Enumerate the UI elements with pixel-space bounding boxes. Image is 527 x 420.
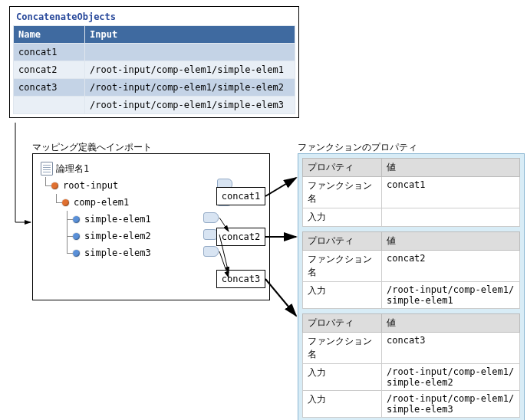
- tree-node-label: simple-elem2: [84, 231, 151, 241]
- tree-root[interactable]: 論理名1: [41, 160, 262, 177]
- tree-node-simple-elem1[interactable]: simple-elem1: [41, 211, 262, 228]
- port-icon[interactable]: [203, 246, 219, 257]
- element-icon: [62, 199, 69, 206]
- port-icon[interactable]: [203, 212, 219, 223]
- table-row: concat2 /root-input/comp-elem1/simple-el…: [14, 61, 295, 79]
- table-row: concat1: [14, 44, 295, 61]
- concatenate-objects-title: ConcatenateObjects: [13, 10, 295, 24]
- function-node-label: concat2: [222, 231, 261, 242]
- leaf-icon: [73, 233, 80, 240]
- concatenate-objects-box: ConcatenateObjects Name Input concat1 co…: [9, 6, 299, 118]
- element-icon: [51, 182, 58, 189]
- tree-node-label: 論理名1: [56, 162, 89, 176]
- col-name: Name: [14, 26, 85, 44]
- tree-node-label: simple-elem1: [84, 214, 151, 225]
- tree-node-label: root-input: [63, 180, 118, 191]
- import-label: マッピング定義へインポート: [32, 141, 152, 154]
- leaf-icon: [73, 216, 80, 223]
- tree-node-label: comp-elem1: [74, 197, 129, 208]
- col-input: Input: [85, 26, 295, 44]
- property-table-concat3: プロパティ値 ファンクション名concat3 入力/root-input/com…: [302, 313, 520, 418]
- function-node-label: concat3: [222, 274, 261, 284]
- property-table-concat2: プロパティ値 ファンクション名concat2 入力/root-input/com…: [302, 231, 520, 309]
- function-node-concat3[interactable]: concat3: [216, 270, 265, 288]
- function-node-label: concat1: [222, 191, 261, 202]
- function-node-concat1[interactable]: concat1: [216, 187, 265, 205]
- leaf-icon: [73, 250, 80, 257]
- table-row: concat3 /root-input/comp-elem1/simple-el…: [14, 79, 295, 97]
- properties-label: ファンクションのプロパティ: [298, 141, 417, 154]
- tree-node-label: simple-elem3: [84, 248, 151, 258]
- table-row: /root-input/comp-elem1/simple-elem3: [14, 97, 295, 114]
- property-table-concat1: プロパティ値 ファンクション名concat1 入力: [302, 158, 520, 227]
- properties-area: プロパティ値 ファンクション名concat1 入力 プロパティ値 ファンクション…: [298, 153, 525, 420]
- tree: 論理名1 root-input comp-elem1 simple-elem1 …: [33, 154, 269, 267]
- document-icon: [41, 162, 53, 176]
- function-node-concat2[interactable]: concat2: [216, 228, 265, 246]
- concatenate-objects-table: Name Input concat1 concat2 /root-input/c…: [13, 25, 295, 114]
- tree-node-simple-elem3[interactable]: simple-elem3: [41, 244, 262, 261]
